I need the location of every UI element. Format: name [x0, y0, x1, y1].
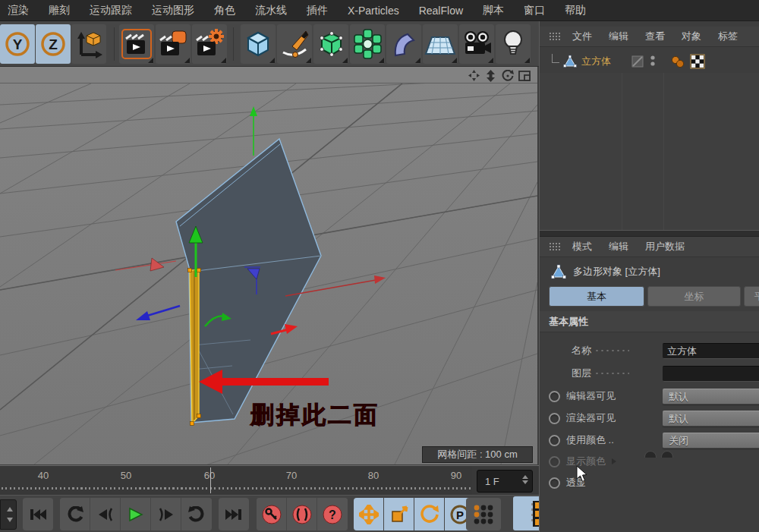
use-color-dropdown[interactable]: 关闭 [663, 433, 759, 449]
key-rotation-icon [420, 505, 439, 524]
primitive-cube-button[interactable] [241, 24, 276, 64]
current-frame-indicator[interactable] [210, 467, 211, 493]
keyframe-radio[interactable] [549, 435, 560, 446]
keyframe-radio[interactable] [549, 477, 560, 489]
maximize-icon[interactable] [518, 69, 531, 82]
axis-y-toggle-button[interactable]: Y [0, 24, 35, 64]
light-button[interactable] [496, 24, 531, 64]
pan-icon[interactable] [468, 69, 480, 82]
panel-splitter[interactable] [540, 230, 759, 237]
axis-z-toggle-button[interactable]: Z [36, 24, 71, 64]
ruler-tick-marks [2, 487, 471, 490]
tab-basic[interactable]: 基本 [549, 286, 644, 307]
name-label: 名称 [572, 344, 591, 357]
menu-mograph[interactable]: 运动图形 [152, 4, 194, 17]
bend-deformer-button[interactable] [386, 24, 421, 64]
menu-plugins[interactable]: 插件 [307, 4, 328, 17]
play-icon [128, 507, 143, 522]
tab-coordinates[interactable]: 坐标 [647, 286, 741, 307]
spline-pen-button[interactable] [277, 24, 312, 64]
spinner-arrows-icon[interactable] [522, 475, 528, 484]
svg-text:?: ? [329, 508, 336, 521]
grip-icon[interactable] [549, 242, 560, 251]
visibility-dots-icon[interactable] [649, 54, 657, 69]
menu-script[interactable]: 脚本 [483, 4, 504, 17]
om-menu-view[interactable]: 查看 [645, 30, 665, 43]
go-to-start-button[interactable] [23, 498, 53, 530]
grip-icon[interactable] [549, 32, 560, 41]
timeline-ruler[interactable]: 40 50 60 70 80 90 [0, 466, 472, 496]
om-menu-tags[interactable]: 标签 [718, 30, 738, 43]
name-input[interactable]: 立方体 [663, 343, 759, 359]
editor-visible-dropdown[interactable]: 默认 [663, 389, 759, 405]
array-generator-button[interactable] [350, 24, 385, 64]
coordinate-system-button[interactable] [71, 24, 106, 64]
menu-realflow[interactable]: RealFlow [419, 5, 463, 17]
menu-xparticles[interactable]: X-Particles [348, 5, 399, 17]
am-menu-edit[interactable]: 编辑 [609, 240, 628, 253]
expand-arrow-icon[interactable] [612, 458, 616, 464]
menu-motion-tracker[interactable]: 运动跟踪 [90, 4, 132, 17]
tab-phong[interactable]: 平 [744, 286, 759, 307]
selection-tag-icon[interactable] [670, 54, 685, 69]
previous-key-button[interactable] [60, 498, 90, 530]
key-scale-button[interactable] [384, 498, 414, 530]
menu-help[interactable]: 帮助 [565, 4, 586, 17]
point-level-animation-button[interactable] [466, 498, 501, 530]
frame-field-spinner[interactable] [0, 499, 17, 530]
key-rotation-button[interactable] [414, 498, 445, 530]
key-position-button[interactable] [354, 498, 384, 530]
layer-icon[interactable] [631, 55, 646, 68]
am-menu-mode[interactable]: 模式 [572, 240, 592, 253]
am-menu-userdata[interactable]: 用户数据 [645, 240, 685, 253]
object-row-cube[interactable]: 立方体 [540, 50, 759, 73]
record-options-button[interactable] [287, 498, 317, 530]
rotate-icon[interactable] [501, 69, 514, 82]
object-name[interactable]: 立方体 [581, 55, 611, 68]
render-settings-button[interactable] [192, 24, 227, 64]
floor-environment-icon [424, 28, 456, 60]
playback-group [60, 498, 212, 530]
autokey-help-button[interactable]: ? [317, 498, 348, 530]
go-to-end-icon [225, 508, 242, 521]
next-frame-button[interactable] [151, 498, 181, 530]
play-button[interactable] [121, 498, 151, 530]
next-frame-icon [159, 508, 174, 521]
keyframe-radio[interactable] [549, 391, 560, 402]
menu-render[interactable]: 渲染 [8, 4, 29, 17]
menu-pipeline[interactable]: 流水线 [255, 4, 287, 17]
previous-key-icon [67, 506, 83, 523]
axis-z-icon: Z [39, 30, 68, 58]
frame-scale-dropdown[interactable]: 1 F [477, 470, 533, 493]
section-basic-properties[interactable]: 基本属性 [540, 311, 759, 332]
previous-frame-button[interactable] [90, 498, 121, 530]
ruler-tick: 60 [194, 470, 225, 481]
main-menu-bar: 渲染 雕刻 运动跟踪 运动图形 角色 流水线 插件 X-Particles Re… [0, 0, 759, 21]
uvw-tag-icon[interactable] [690, 54, 705, 69]
go-to-end-button[interactable] [219, 498, 249, 530]
object-manager-list-area[interactable] [540, 73, 759, 230]
menu-window[interactable]: 窗口 [524, 4, 545, 17]
toolbar-separator [233, 27, 234, 61]
om-menu-objects[interactable]: 对象 [682, 30, 701, 43]
floor-environment-button[interactable] [423, 24, 458, 64]
toolbar: Y Z [0, 21, 539, 67]
gizmo-z-axis-handle[interactable] [136, 306, 180, 320]
zoom-icon[interactable] [484, 69, 497, 82]
next-key-button[interactable] [181, 498, 212, 530]
render-visible-dropdown[interactable]: 默认 [663, 411, 759, 427]
om-menu-edit[interactable]: 编辑 [609, 30, 628, 43]
color-swatches-clipped[interactable] [644, 451, 690, 458]
camera-button[interactable] [459, 24, 494, 64]
menu-character[interactable]: 角色 [214, 4, 235, 17]
keyframe-radio[interactable] [549, 413, 560, 424]
render-picture-viewer-button[interactable] [156, 24, 191, 64]
keyframe-radio[interactable] [549, 456, 560, 467]
subdivision-surface-button[interactable] [313, 24, 348, 64]
render-view-button[interactable] [119, 24, 154, 64]
om-menu-file[interactable]: 文件 [572, 30, 592, 43]
viewport-3d[interactable]: 删掉此二面 网格间距 : 100 cm [0, 83, 537, 464]
record-keyframe-button[interactable] [257, 498, 287, 530]
menu-sculpt[interactable]: 雕刻 [49, 4, 70, 17]
layer-input[interactable] [663, 366, 759, 382]
